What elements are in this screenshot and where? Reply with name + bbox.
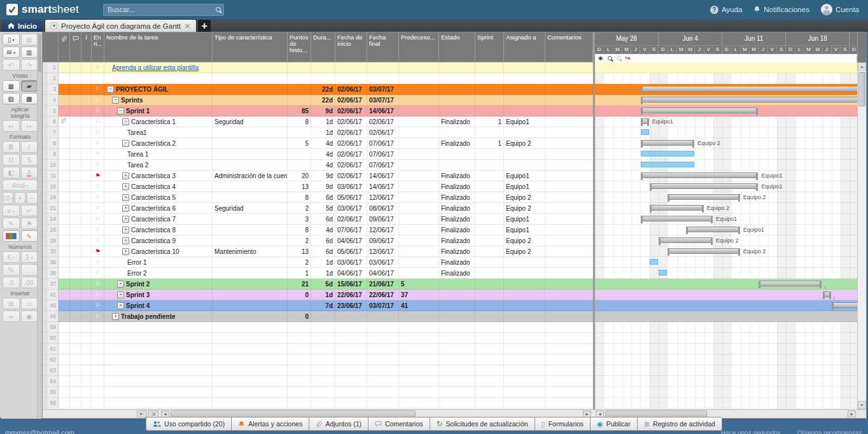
cell-feature-type[interactable] — [213, 387, 288, 398]
row-number[interactable]: 5 — [43, 106, 59, 116]
row-number[interactable]: 60 — [43, 333, 59, 344]
cell-end-date[interactable]: 08/06/17 — [367, 203, 399, 214]
cell-status[interactable]: Finalizado — [439, 235, 475, 246]
cell-feature-type[interactable] — [213, 365, 288, 376]
bottom-button-people[interactable]: Uso compartido (20) — [146, 417, 231, 431]
cell-task-name[interactable]: +Sprint 3 — [104, 290, 213, 300]
bottom-button-globe[interactable]: ◉Publicar — [590, 417, 637, 431]
cell-info[interactable] — [81, 95, 92, 106]
cell-predecessor[interactable] — [399, 257, 439, 268]
gantt-lane[interactable] — [595, 398, 857, 409]
cell-comments[interactable] — [545, 246, 593, 257]
cell-comments[interactable] — [545, 354, 593, 365]
gantt-zoom-out-icon[interactable] — [608, 56, 612, 60]
cell-end-date[interactable] — [367, 376, 399, 387]
cell-info[interactable] — [81, 333, 92, 344]
gantt-lane[interactable] — [595, 376, 857, 387]
bold-button[interactable]: B — [3, 141, 20, 153]
row-number[interactable]: 11 — [43, 171, 59, 181]
row-number[interactable]: 8 — [43, 138, 59, 149]
cell-end-date[interactable]: 03/07/17 — [367, 95, 399, 106]
cell-end-date[interactable] — [367, 73, 399, 84]
cell-risk-flag[interactable]: ⚐ — [92, 138, 104, 149]
cell-predecessor[interactable]: 37 — [399, 290, 439, 300]
cell-story-points[interactable] — [288, 160, 311, 171]
search-box[interactable] — [103, 4, 224, 16]
cell-story-points[interactable]: 8 — [288, 192, 311, 203]
gantt-lane[interactable]: Equipo1 — [595, 116, 857, 127]
cell-duration[interactable] — [311, 62, 335, 73]
cell-duration[interactable]: 9d — [311, 181, 335, 192]
cell-info[interactable] — [81, 387, 92, 398]
cell-predecessor[interactable] — [399, 127, 439, 138]
grid-button[interactable]: ▦ — [3, 80, 20, 92]
cell-start-date[interactable] — [335, 387, 367, 398]
bottom-button-comment[interactable]: Comentarios — [368, 417, 430, 431]
cell-comment[interactable] — [70, 138, 81, 149]
cell-comment[interactable] — [70, 127, 81, 138]
cell-sprint[interactable] — [475, 354, 504, 365]
bottom-button-update[interactable]: ↻Solicitudes de actualización — [430, 417, 535, 431]
cell-comments[interactable] — [545, 257, 593, 268]
gantt-lane[interactable] — [595, 290, 857, 300]
cell-predecessor[interactable] — [399, 160, 439, 171]
cell-duration[interactable]: 1d — [311, 116, 335, 127]
column-header-tipo[interactable]: Tipo de característica — [213, 32, 288, 62]
cell-start-date[interactable]: 04/06/17 — [335, 268, 367, 279]
cell-risk-flag[interactable]: ⚐ — [92, 279, 104, 290]
cell-status[interactable]: Finalizado — [439, 171, 475, 181]
cell-comment[interactable] — [70, 322, 81, 333]
gantt-lane[interactable] — [595, 95, 857, 106]
cell-feature-type[interactable] — [213, 214, 288, 225]
cell-sprint[interactable] — [475, 214, 504, 225]
cell-duration[interactable]: 6d — [311, 246, 335, 257]
gantt-summary-bar[interactable] — [668, 194, 739, 200]
help-menu[interactable]: ?Ayuda — [710, 6, 742, 14]
cell-attachment[interactable] — [59, 322, 70, 333]
gantt-lane[interactable] — [595, 268, 857, 279]
cell-predecessor[interactable] — [399, 116, 439, 127]
cell-attachment[interactable] — [59, 300, 70, 311]
cell-risk-flag[interactable]: ⚐ — [92, 203, 104, 214]
cell-predecessor[interactable]: 5 — [399, 279, 439, 290]
cell-status[interactable] — [439, 279, 475, 290]
expand-collapse-button[interactable]: + — [117, 291, 124, 298]
expand-collapse-button[interactable]: + — [122, 248, 129, 255]
cell-task-name[interactable] — [104, 398, 213, 409]
cell-sprint[interactable] — [475, 149, 504, 160]
cell-predecessor[interactable] — [399, 181, 439, 192]
gantt-summary-bar[interactable] — [641, 140, 695, 146]
cell-comment[interactable] — [70, 290, 81, 300]
cell-comments[interactable] — [545, 279, 593, 290]
cell-attachment[interactable] — [59, 214, 70, 225]
cell-comment[interactable] — [70, 354, 81, 365]
cell-feature-type[interactable] — [213, 376, 288, 387]
gantt-summary-bar[interactable] — [759, 281, 822, 286]
cell-sprint[interactable] — [475, 290, 504, 300]
cell-story-points[interactable]: 21 — [288, 279, 311, 290]
cell-predecessor[interactable] — [399, 62, 439, 73]
cell-duration[interactable] — [311, 387, 335, 398]
gantt-lane[interactable]: Equipo 2 — [595, 246, 857, 257]
cell-risk-flag[interactable]: ⚐ — [92, 160, 104, 171]
cell-info[interactable] — [81, 181, 92, 192]
cell-comment[interactable] — [70, 171, 81, 181]
cell-duration[interactable]: 1d — [311, 257, 335, 268]
cell-sprint[interactable] — [475, 333, 504, 344]
cell-duration[interactable]: 22d — [311, 84, 335, 95]
cell-duration[interactable]: 6d — [311, 214, 335, 225]
expand-collapse-button[interactable]: + — [122, 227, 129, 234]
cell-feature-type[interactable] — [213, 62, 288, 73]
cell-duration[interactable]: 4d — [311, 138, 335, 149]
cell-assigned-to[interactable]: Equipo1 — [504, 116, 545, 127]
cell-comment[interactable] — [70, 181, 81, 192]
cell-comments[interactable] — [545, 138, 593, 149]
cell-task-name[interactable] — [104, 354, 213, 365]
gantt-lane[interactable] — [595, 387, 857, 398]
cell-end-date[interactable]: 07/06/17 — [367, 149, 399, 160]
cell-end-date[interactable] — [367, 62, 399, 73]
column-header-info[interactable]: i — [81, 32, 92, 62]
row-number[interactable]: 46 — [43, 300, 59, 311]
cell-start-date[interactable]: 03/06/17 — [335, 257, 367, 268]
expand-collapse-button[interactable]: − — [122, 140, 129, 147]
